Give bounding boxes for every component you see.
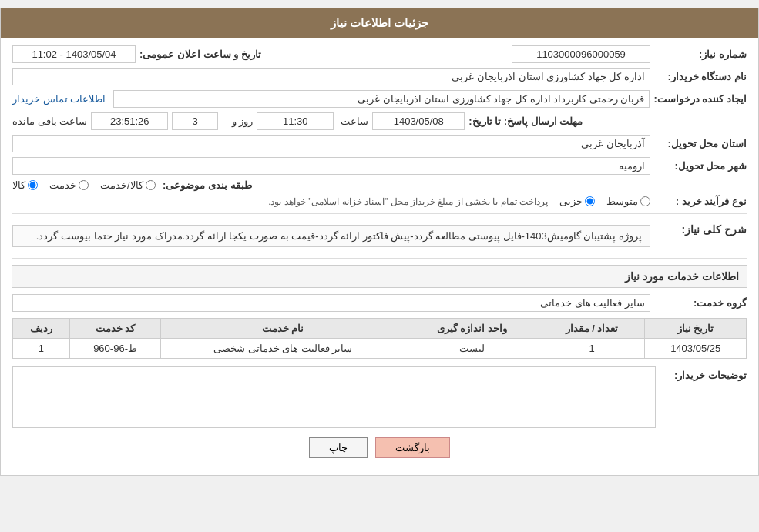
purchase-type-jozi[interactable]: جزیی [559,196,595,207]
cell-service-name: سایر فعالیت های خدماتی شخصی [161,339,405,359]
cell-row-num: 1 [13,339,70,359]
divider-2 [12,258,747,259]
category-kala-khedmat-radio[interactable] [146,180,156,190]
reply-time-label: ساعت [338,115,368,127]
delivery-city-label: شهر محل تحویل: [654,160,747,172]
delivery-city-value: ارومیه [12,157,650,175]
need-number-label: شماره نیاز: [654,49,747,60]
divider-1 [12,213,747,214]
table-header-service-name: نام خدمت [161,319,405,339]
delivery-province-value: آذربایجان غربی [12,135,650,152]
reply-date-value: 1403/05/08 [372,112,465,130]
buyer-desc-textarea[interactable] [12,366,656,428]
services-table: تاریخ نیاز تعداد / مقدار واحد اندازه گیر… [12,318,747,359]
table-header-quantity: تعداد / مقدار [539,319,645,339]
announce-datetime-value: 1403/05/04 - 11:02 [12,45,136,63]
table-row: 1403/05/25 1 لیست سایر فعالیت های خدماتی… [13,339,747,359]
services-section-title: اطلاعات خدمات مورد نیاز [12,265,747,288]
purchase-type-jozi-radio[interactable] [585,196,595,206]
page-title: جزئیات اطلاعات نیاز [1,8,758,38]
service-group-label: گروه خدمت: [654,297,747,309]
reply-remaining-value: 23:51:26 [91,112,168,130]
description-text: پروژه پشتیبان گاومیش1403-فایل پیوستی مطا… [12,225,650,247]
category-khedmat[interactable]: خدمت [49,179,89,191]
buyer-org-label: نام دستگاه خریدار: [654,71,747,82]
creator-value: قربان رحمتی کاربرداد اداره کل جهاد کشاور… [113,90,650,108]
purchase-type-motavaset-radio[interactable] [640,196,650,206]
purchase-type-note: پرداخت تمام یا بخشی از مبلغ خریداز محل "… [12,196,548,207]
reply-days-label: روز و [222,115,253,127]
table-header-date: تاریخ نیاز [645,319,747,339]
purchase-type-options: متوسط جزیی [559,196,650,207]
category-label: طبقه بندی موضوعی: [160,179,252,191]
cell-quantity: 1 [539,339,645,359]
category-options: کالا/خدمت خدمت کالا [12,179,156,191]
table-header-row-num: ردیف [13,319,70,339]
reply-remaining-label: ساعت باقی مانده [12,115,87,127]
cell-unit: لیست [405,339,539,359]
category-kala-label: کالا [12,179,25,191]
table-header-service-code: کد خدمت [69,319,160,339]
reply-deadline-label: مهلت ارسال پاسخ: تا تاریخ: [468,115,583,127]
service-group-value: سایر فعالیت های خدماتی [12,294,650,312]
cell-need-date: 1403/05/25 [645,339,747,359]
contact-info-link[interactable]: اطلاعات تماس خریدار [12,93,106,105]
category-khedmat-label: خدمت [49,179,76,191]
category-kala-khedmat[interactable]: کالا/خدمت [100,179,156,191]
back-button[interactable]: بازگشت [375,437,450,458]
purchase-type-jozi-label: جزیی [559,196,583,207]
announce-datetime-label: تاریخ و ساعت اعلان عمومی: [139,49,261,60]
creator-label: ایجاد کننده درخواست: [653,93,747,105]
description-section-title: شرح کلی نیاز: [654,220,747,236]
need-number-value: 1103000096000059 [512,45,650,63]
buttons-row: بازگشت چاپ [12,437,747,458]
table-header-unit: واحد اندازه گیری [405,319,539,339]
cell-service-code: ط-96-960 [69,339,160,359]
purchase-type-label: نوع فرآیند خرید : [654,196,747,207]
reply-time-value: 11:30 [257,112,334,130]
reply-days-value: 3 [172,112,218,130]
category-khedmat-radio[interactable] [79,180,89,190]
print-button[interactable]: چاپ [309,437,368,458]
category-kala-radio[interactable] [28,180,38,190]
buyer-desc-label: توضیحات خریدار: [662,366,747,381]
category-kala-khedmat-label: کالا/خدمت [100,179,143,191]
delivery-province-label: استان محل تحویل: [654,138,747,149]
category-kala[interactable]: کالا [12,179,38,191]
buyer-org-value: اداره کل جهاد کشاورزی استان اذربایجان غر… [12,68,650,85]
purchase-type-motavaset[interactable]: متوسط [606,196,650,207]
purchase-type-motavaset-label: متوسط [606,196,638,207]
